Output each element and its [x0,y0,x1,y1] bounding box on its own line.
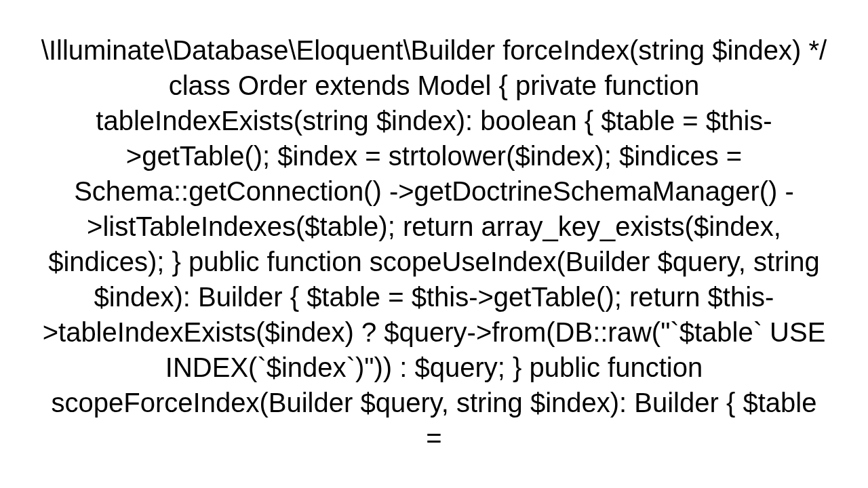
code-text-block: \Illuminate\Database\Eloquent\Builder fo… [41,33,827,455]
